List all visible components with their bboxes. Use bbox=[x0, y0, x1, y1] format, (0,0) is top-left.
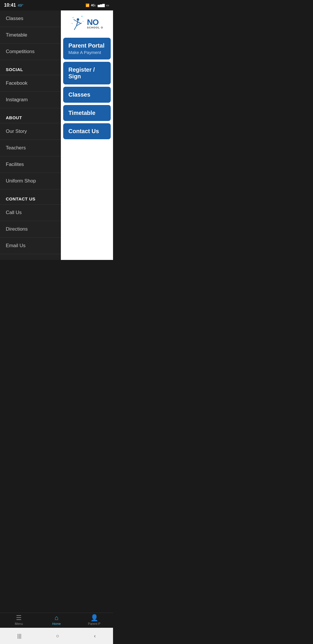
logo-area: ★ ★ ★ ✦ bbox=[61, 10, 113, 37]
status-left: 10:41 49° bbox=[4, 3, 23, 8]
battery-icon: ▭ bbox=[106, 3, 109, 7]
svg-text:★: ★ bbox=[72, 17, 74, 19]
svg-text:★: ★ bbox=[81, 15, 83, 18]
svg-line-7 bbox=[77, 22, 81, 23]
card-register[interactable]: Register / Sign bbox=[63, 62, 111, 84]
logo-text-block: NO SCHOOL O bbox=[87, 18, 103, 29]
sidebar-section-about: ABOUT bbox=[0, 111, 61, 123]
temperature: 49° bbox=[18, 3, 23, 8]
sidebar-section-contact-us: CONTACT US bbox=[0, 192, 61, 204]
4g-icon: 4G↕ bbox=[91, 4, 96, 7]
sidebar-item-uniform-shop[interactable]: Uniform Shop bbox=[0, 173, 61, 189]
signal-icon: ▅▆▇ bbox=[98, 3, 105, 7]
card-contact-us-title: Contact Us bbox=[68, 128, 105, 135]
wifi-icon: 📶 bbox=[85, 3, 90, 7]
sidebar-item-directions[interactable]: Directions bbox=[0, 221, 61, 238]
status-bar: 10:41 49° 📶 4G↕ ▅▆▇ ▭ bbox=[0, 0, 113, 10]
sidebar-item-timetable[interactable]: Timetable bbox=[0, 27, 61, 44]
svg-text:✦: ✦ bbox=[82, 21, 84, 22]
logo-sub: SCHOOL O bbox=[87, 26, 103, 29]
main-content: ★ ★ ★ ✦ bbox=[61, 10, 113, 260]
svg-line-8 bbox=[74, 26, 77, 30]
sidebar-item-teachers[interactable]: Teachers bbox=[0, 140, 61, 156]
sidebar-item-our-story[interactable]: Our Story bbox=[0, 123, 61, 140]
status-right: 📶 4G↕ ▅▆▇ ▭ bbox=[85, 3, 109, 7]
card-timetable[interactable]: Timetable bbox=[63, 105, 111, 121]
svg-point-4 bbox=[77, 18, 79, 21]
card-contact-us[interactable]: Contact Us bbox=[63, 123, 111, 139]
logo-main: NO bbox=[87, 18, 103, 26]
card-timetable-title: Timetable bbox=[68, 110, 105, 116]
sidebar-section-social: SOCIAL bbox=[0, 62, 61, 75]
card-register-title: Register / Sign bbox=[68, 66, 105, 80]
card-parent-portal[interactable]: Parent Portal Make A Payment bbox=[63, 38, 111, 59]
card-parent-portal-subtitle: Make A Payment bbox=[68, 50, 105, 55]
svg-text:★: ★ bbox=[71, 23, 73, 24]
sidebar: Classes Timetable Competitions SOCIAL Fa… bbox=[0, 10, 61, 260]
sidebar-item-facilites[interactable]: Facilites bbox=[0, 156, 61, 173]
sidebar-item-email-us[interactable]: Email Us bbox=[0, 238, 61, 254]
sidebar-item-competitions[interactable]: Competitions bbox=[0, 44, 61, 60]
card-classes-title: Classes bbox=[68, 91, 105, 98]
sidebar-item-classes[interactable]: Classes bbox=[0, 10, 61, 27]
card-classes[interactable]: Classes bbox=[63, 87, 111, 103]
main-layout: Classes Timetable Competitions SOCIAL Fa… bbox=[0, 10, 113, 260]
sidebar-item-facebook[interactable]: Facebook bbox=[0, 75, 61, 92]
logo-dancer-figure: ★ ★ ★ ✦ bbox=[71, 15, 85, 32]
clock: 10:41 bbox=[4, 3, 16, 8]
sidebar-item-call-us[interactable]: Call Us bbox=[0, 205, 61, 221]
svg-line-6 bbox=[74, 19, 77, 22]
logo-container: ★ ★ ★ ✦ bbox=[71, 15, 103, 32]
sidebar-item-instagram[interactable]: Instagram bbox=[0, 92, 61, 108]
card-parent-portal-title: Parent Portal bbox=[68, 42, 105, 49]
